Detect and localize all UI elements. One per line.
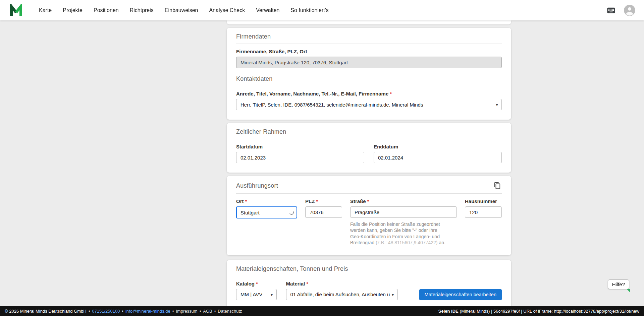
footer-left: © 2026 Mineral Minds Deutschland GmbH • …: [5, 309, 242, 314]
nav-item-positionen[interactable]: Positionen: [94, 7, 119, 13]
previous-card-partial: [227, 20, 511, 24]
phone-link[interactable]: 07151/250100: [92, 309, 120, 314]
ort-field: Ort*: [236, 194, 297, 246]
firmendaten-card: Firmendaten Firmenname, Straße, PLZ, Ort…: [227, 28, 511, 120]
nav-item-analyse-check[interactable]: Analyse Check: [209, 7, 245, 13]
required-asterisk: *: [245, 198, 247, 204]
startdatum-label: Startdatum: [236, 144, 364, 149]
navbar: Karte Projekte Positionen Richtpreis Ein…: [0, 0, 644, 20]
agb-link[interactable]: AGB: [203, 309, 212, 314]
required-asterisk: *: [316, 198, 318, 204]
nav-item-einbauweisen[interactable]: Einbauweisen: [165, 7, 198, 13]
nav-item-richtpreis[interactable]: Richtpreis: [130, 7, 154, 13]
enddatum-label: Enddatum: [374, 144, 502, 149]
copyright-text: © 2026 Mineral Minds Deutschland GmbH: [5, 309, 87, 314]
avatar-icon: [624, 5, 635, 16]
katalog-label: Katalog*: [236, 281, 277, 287]
nav-item-so-funktionierts[interactable]: So funktioniert's: [290, 7, 328, 13]
ausfuehrungsort-header: Ausführungsort: [236, 181, 502, 194]
material-title: Materialeigenschaften, Tonnen und Preis: [236, 265, 348, 272]
material-select[interactable]: 01 Abfälle, die beim Aufsuchen, Ausbeute…: [286, 289, 398, 300]
ausfuehrungsort-card: Ausführungsort Ort* PLZ*: [227, 176, 511, 255]
datenschutz-link[interactable]: Datenschutz: [218, 309, 242, 314]
hausnummer-field: Hausnummer: [465, 194, 502, 246]
nav-item-verwalten[interactable]: Verwalten: [256, 7, 279, 13]
navbar-right: [606, 5, 635, 16]
material-header: Materialeigenschaften, Tonnen und Preis: [236, 265, 502, 276]
enddatum-field: Enddatum: [374, 139, 502, 163]
required-asterisk: *: [256, 281, 258, 287]
nav-item-karte[interactable]: Karte: [39, 7, 52, 13]
impressum-link[interactable]: Impressum: [176, 309, 197, 314]
separator: •: [200, 309, 201, 314]
hilfe-button[interactable]: Hilfe?: [608, 279, 629, 289]
separator: •: [89, 309, 90, 314]
firmendaten-title: Firmendaten: [236, 33, 271, 40]
hausnummer-label: Hausnummer: [465, 198, 502, 204]
nav-item-projekte[interactable]: Projekte: [63, 7, 83, 13]
strasse-input[interactable]: [350, 206, 457, 218]
kontaktdaten-header: Kontaktdaten: [236, 75, 502, 86]
avatar[interactable]: [624, 5, 635, 16]
strasse-label: Straße*: [350, 198, 457, 204]
zeitraum-header: Zeitlicher Rahmen: [236, 128, 502, 139]
enddatum-input[interactable]: [374, 152, 502, 163]
ort-input-wrap[interactable]: [236, 206, 297, 218]
plz-input[interactable]: [305, 206, 342, 218]
zeitlicher-rahmen-card: Zeitlicher Rahmen Startdatum Enddatum: [227, 123, 511, 173]
zeitraum-title: Zeitlicher Rahmen: [236, 128, 286, 135]
kontakt-label: Anrede, Titel, Vorname, Nachname, Tel.-N…: [236, 91, 502, 97]
ausfuehrungsort-title: Ausführungsort: [236, 182, 278, 189]
copy-icon[interactable]: [493, 181, 502, 190]
iframe-info: (Mineral Minds) | 56c49297fe6f | URL of …: [460, 309, 639, 314]
katalog-field: Katalog* MM | AVV ▾: [236, 276, 277, 300]
ort-input[interactable]: [237, 207, 297, 218]
firma-input[interactable]: [236, 57, 502, 68]
separator: •: [214, 309, 216, 314]
main-content: Firmendaten Firmenname, Straße, PLZ, Ort…: [227, 20, 511, 316]
separator: •: [172, 309, 174, 314]
strasse-hint: Falls die Position keiner Straße zugeord…: [350, 221, 448, 246]
email-link[interactable]: info@mineral-minds.de: [125, 309, 170, 314]
firmendaten-header: Firmendaten: [236, 33, 502, 44]
dropdown-caret-icon: ▾: [392, 292, 394, 297]
main-nav: Karte Projekte Positionen Richtpreis Ein…: [39, 7, 329, 13]
footer-right: Selen IDE (Mineral Minds) | 56c49297fe6f…: [438, 309, 639, 314]
dropdown-caret-icon: ▾: [271, 292, 273, 297]
separator: •: [122, 309, 123, 314]
plz-label: PLZ*: [305, 198, 342, 204]
strasse-field: Straße* Falls die Position keiner Straße…: [350, 194, 457, 246]
katalog-select[interactable]: MM | AVV ▾: [236, 289, 277, 300]
required-asterisk: *: [390, 91, 392, 97]
startdatum-input[interactable]: [236, 152, 364, 163]
dropdown-caret-icon: ▾: [496, 102, 498, 107]
required-asterisk: *: [306, 281, 308, 287]
materialeigenschaften-bearbeiten-button[interactable]: Materialeigenschaften bearbeiten: [419, 289, 502, 300]
material-label: Material*: [286, 281, 398, 287]
required-asterisk: *: [367, 198, 369, 204]
material-field: Material* 01 Abfälle, die beim Aufsuchen…: [286, 276, 398, 300]
firma-label: Firmenname, Straße, PLZ, Ort: [236, 49, 502, 54]
footer: © 2026 Mineral Minds Deutschland GmbH • …: [0, 306, 644, 316]
plz-field: PLZ*: [305, 194, 342, 246]
ort-label: Ort*: [236, 198, 297, 204]
kontakt-select[interactable]: Herr, TitelP, Selen, IDE, 0987/654321, s…: [236, 99, 502, 110]
logo-icon: [9, 4, 23, 17]
logo[interactable]: [9, 3, 23, 18]
hausnummer-input[interactable]: [465, 206, 502, 218]
app-name: Selen IDE: [438, 309, 459, 314]
keyboard-icon[interactable]: [606, 6, 616, 15]
startdatum-field: Startdatum: [236, 139, 364, 163]
kontaktdaten-title: Kontaktdaten: [236, 75, 272, 82]
